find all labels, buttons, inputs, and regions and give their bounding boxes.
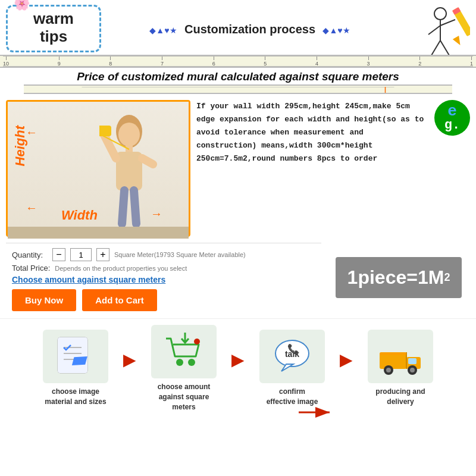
main-content: Height ← ← Width → e g. If your wall wid… [0,98,476,237]
star-deco-right: ◆▲♥★ [322,26,350,35]
wall-measure-image: Height ← ← Width → [6,100,190,237]
svg-point-36 [194,339,200,345]
quantity-label: Quantity: [12,250,48,259]
ruler-marks: 10 9 8 7 6 5 4 3 2 1 [0,56,476,67]
eg-badge: e g. [434,100,470,136]
svg-line-21 [142,158,153,164]
step-4-label: producing anddelivery [375,387,425,407]
svg-line-22 [122,190,124,224]
total-price-row: Total Price: Depends on the product prop… [12,264,315,273]
eg-e: e [447,104,457,119]
svg-rect-43 [408,358,416,364]
width-arrow: → [151,207,162,221]
quantity-note: Square Meter(19793 Square Meter availabl… [114,251,246,258]
step-2: choose amountagainst squaremeters [136,325,231,412]
svg-point-35 [188,359,195,366]
svg-line-5 [440,40,449,55]
buy-now-button[interactable]: Buy Now [12,289,76,311]
piece-m2-text: 1piece=1M [347,267,444,289]
bottom-steps: choose imagematerial and sizes ▶ choose … [0,318,476,415]
choose-amount-text[interactable]: Choose amount against square meters [12,275,315,284]
step-arrow-1: ▶ [123,350,136,387]
step-4: producing anddelivery [353,330,448,407]
svg-text:📞: 📞 [287,343,299,355]
customization-title: Customization process [184,23,315,36]
ruler-bar-bottom [24,84,452,94]
quantity-row: Quantity: − + Square Meter(19793 Square … [12,248,315,261]
step-1-label: choose imagematerial and sizes [45,387,106,407]
warm-tips-text: warmtips [16,10,91,46]
total-price-value: Depends on the product properties you se… [55,265,187,272]
eg-g: g. [444,119,460,132]
step-2-label: choose amountagainst squaremeters [158,382,211,412]
svg-line-4 [431,40,440,55]
flower-decoration: 🌸 [14,0,30,11]
svg-line-23 [134,190,136,224]
step-3-icon-box: talk 📞 [259,330,325,383]
step-2-icon-box [151,325,217,378]
ruler-bar-top: /* ruler ticks drawn below */ 10 9 8 7 6… [0,55,476,68]
add-to-cart-button[interactable]: Add to Cart [82,289,157,311]
svg-point-17 [118,123,140,146]
svg-point-0 [434,8,446,20]
header-row: 🌸 warmtips ◆▲♥★ Customization process ◆▲… [0,0,476,54]
step-1: choose imagematerial and sizes [28,330,123,407]
svg-marker-7 [453,36,464,47]
image-background: Height ← ← Width → [8,102,189,239]
piece-m2-container: 1piece=1M2 [327,239,470,316]
step-1-icon-box [43,330,108,383]
step-arrow-2: ▶ [231,350,245,387]
svg-line-2 [428,26,440,35]
svg-rect-29 [58,337,87,373]
width-label: Width [61,208,98,223]
down-arrow: ← [26,201,37,215]
quantity-plus-button[interactable]: + [96,248,109,261]
bottom-left: Quantity: − + Square Meter(19793 Square … [6,239,321,316]
svg-rect-12 [82,87,394,94]
step-arrow-3: ▶ [340,350,353,387]
bottom-section: Quantity: − + Square Meter(19793 Square … [0,237,476,316]
star-deco-left: ◆▲♥★ [149,26,177,35]
svg-point-45 [386,368,391,372]
quantity-input[interactable] [70,248,92,261]
svg-rect-49 [380,352,406,355]
piece-m2-superscript: 2 [444,271,450,284]
svg-point-34 [176,359,183,366]
piece-m2-box: 1piece=1M2 [336,257,462,298]
svg-point-47 [410,368,415,372]
step-4-icon-box [368,330,433,383]
price-heading: Price of customized mural calculated aga… [0,68,476,84]
total-price-label: Total Price: [12,264,50,273]
warm-tips-box: 🌸 warmtips [6,5,101,52]
qty-price-section: Quantity: − + Square Meter(19793 Square … [6,243,321,289]
quantity-minus-button[interactable]: − [52,248,65,261]
svg-line-3 [440,20,455,26]
svg-marker-38 [281,364,293,371]
button-row: Buy Now Add to Cart [6,289,321,316]
left-arrow: ← [26,126,37,139]
example-paragraph: If your wall width 295cm,height 245cm,ma… [196,100,470,165]
step-3: talk 📞 confirmeffective image [245,330,340,407]
example-text-block: e g. If your wall width 295cm,height 245… [196,100,470,237]
